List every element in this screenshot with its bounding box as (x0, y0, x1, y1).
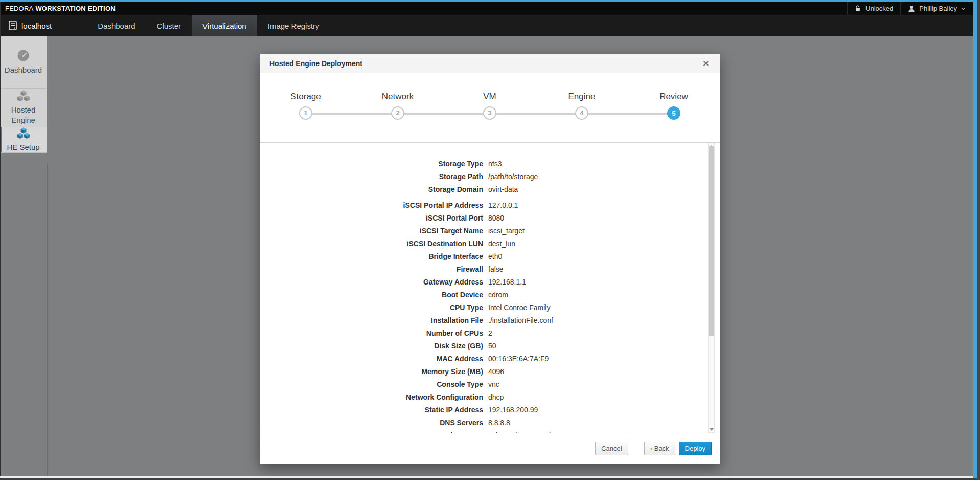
scrollbar-down-arrow[interactable] (709, 426, 714, 432)
wizard-step[interactable]: Network 2 (352, 73, 444, 120)
review-row: CPU Type Intel Conroe Family (260, 301, 720, 314)
review-row-value: ovirt-data (488, 183, 518, 196)
review-row-value: ./installationFile.conf (488, 314, 553, 327)
dialog-title: Hosted Engine Deployment (269, 59, 362, 68)
review-row: Firewall false (260, 263, 720, 276)
lock-status-label: Unlocked (865, 5, 893, 12)
review-row-value: nfs3 (488, 158, 502, 170)
nav-tab[interactable]: Cluster (146, 15, 192, 36)
nav-tab[interactable]: Image Registry (257, 15, 330, 36)
brand-prefix: FEDORA (5, 5, 33, 12)
gauge-icon (17, 49, 30, 62)
wizard-step-number: 3 (483, 106, 496, 120)
masthead: FEDORAWORKSTATION EDITION Unlocked Phill… (0, 2, 973, 15)
nav-tab-label: Image Registry (268, 21, 320, 30)
wizard-step-number: 5 (667, 106, 680, 120)
review-row-value: 192.168.1.1 (488, 276, 526, 289)
review-row-label: Bridge Interface (260, 250, 483, 263)
dialog-header: Hosted Engine Deployment ✕ (260, 54, 720, 73)
cancel-button[interactable]: Cancel (595, 442, 628, 455)
unlock-icon (855, 5, 861, 12)
wizard-step[interactable]: VM 3 (444, 73, 536, 120)
wizard-step-label: Review (628, 91, 720, 102)
scrollbar[interactable] (708, 143, 715, 433)
user-icon (908, 5, 915, 12)
scrollbar-thumb[interactable] (709, 146, 714, 336)
review-row-label: Firewall (260, 263, 483, 276)
review-panel: Storage Type nfs3 Storage Path /path/to/… (260, 143, 720, 433)
review-row: Static IP Address 192.168.200.99 (260, 404, 720, 417)
review-row: Bridge Interface eth0 (260, 250, 720, 263)
review-row: Number of CPUs 2 (260, 327, 720, 340)
nav-tab[interactable]: Virtualization (192, 15, 257, 36)
wizard-step[interactable]: Storage 1 (260, 73, 352, 120)
sidebar-item[interactable]: HE Setup (0, 127, 47, 153)
back-button[interactable]: ‹ Back (644, 442, 675, 455)
review-row-label: Storage Domain (260, 183, 483, 196)
review-row-value: 50 (488, 340, 496, 353)
review-row-value: ovirt-engine.example.com (488, 429, 570, 433)
host-selector[interactable]: localhost (0, 15, 78, 36)
chevron-down-icon (961, 7, 966, 10)
sidebar-item[interactable]: Hosted Engine (0, 89, 47, 127)
wizard-step-number: 2 (391, 106, 404, 120)
review-row-value: 8080 (488, 212, 504, 225)
review-row-value: cdrom (488, 289, 508, 301)
close-icon[interactable]: ✕ (698, 56, 714, 71)
review-row: Installation File ./installationFile.con… (260, 314, 720, 327)
primary-navbar: localhost Dashboard Cluster Virtualizati… (0, 15, 973, 36)
review-row-label: MAC Address (260, 353, 483, 365)
review-row-label: DNS Servers (260, 417, 483, 429)
review-row: Storage Type nfs3 (260, 158, 720, 170)
review-row-label: Boot Device (260, 289, 483, 301)
lock-status-button[interactable]: Unlocked (847, 2, 900, 15)
review-row-value: /path/to/storage (488, 170, 538, 183)
review-row: Disk Size (GB) 50 (260, 340, 720, 353)
sidebar-item-label: Dashboard (3, 65, 44, 75)
user-menu-button[interactable]: Phillip Bailey (900, 2, 973, 15)
brand-suffix: WORKSTATION EDITION (35, 5, 115, 12)
review-row: iSCSI Portal Port 8080 (260, 212, 720, 225)
review-row-label: CPU Type (260, 301, 483, 314)
deploy-button[interactable]: Deploy (679, 442, 712, 455)
review-row-label: iSCSI Destination LUN (260, 237, 483, 250)
review-row-value: 4096 (488, 365, 504, 378)
sidebar-item-label: HE Setup (3, 142, 44, 152)
nav-tab[interactable]: Dashboard (87, 15, 146, 36)
wizard-step[interactable]: Engine 4 (536, 73, 628, 120)
wizard-step-number: 1 (299, 106, 312, 120)
review-row: Boot Device cdrom (260, 289, 720, 301)
masthead-right: Unlocked Phillip Bailey (847, 2, 973, 15)
review-row-value: 8.8.8.8 (488, 417, 510, 429)
review-row-value: dest_lun (488, 237, 515, 250)
wizard-step-number: 4 (575, 106, 588, 120)
nav-tab-label: Dashboard (98, 21, 135, 30)
review-row: Memory Size (MB) 4096 (260, 365, 720, 378)
host-name: localhost (21, 21, 52, 30)
review-row-value: vnc (488, 378, 499, 391)
review-row-label: Engine FQDN (260, 429, 483, 433)
wizard-step-label: Engine (536, 91, 628, 102)
wizard-step-label: Network (352, 91, 444, 102)
wizard-step[interactable]: Review 5 (628, 73, 720, 120)
review-row: iSCSI Target Name iscsi_target (260, 225, 720, 237)
review-row-label: Storage Path (260, 170, 483, 183)
review-row-label: Disk Size (GB) (260, 340, 483, 353)
sidebar-item[interactable]: Dashboard (0, 36, 47, 89)
wizard-step-label: VM (444, 91, 536, 102)
review-row: MAC Address 00:16:3E:6A:7A:F9 (260, 353, 720, 365)
cubes-icon (17, 90, 30, 102)
server-icon (9, 21, 17, 30)
review-row-value: dhcp (488, 391, 504, 404)
review-row-value: Intel Conroe Family (488, 301, 550, 314)
sidebar: Dashboard Hosted Engine (0, 36, 47, 153)
review-row: iSCSI Destination LUN dest_lun (260, 237, 720, 250)
review-row: Console Type vnc (260, 378, 720, 391)
frame-edge-right (977, 0, 980, 480)
review-row-label: iSCSI Portal Port (260, 212, 483, 225)
fedora-brand: FEDORAWORKSTATION EDITION (5, 5, 116, 12)
dialog-footer: Cancel ‹ Back Deploy (260, 433, 720, 464)
wizard-step-label: Storage (260, 91, 352, 102)
review-row: Network Configuration dhcp (260, 391, 720, 404)
review-row-label: Storage Type (260, 158, 483, 170)
